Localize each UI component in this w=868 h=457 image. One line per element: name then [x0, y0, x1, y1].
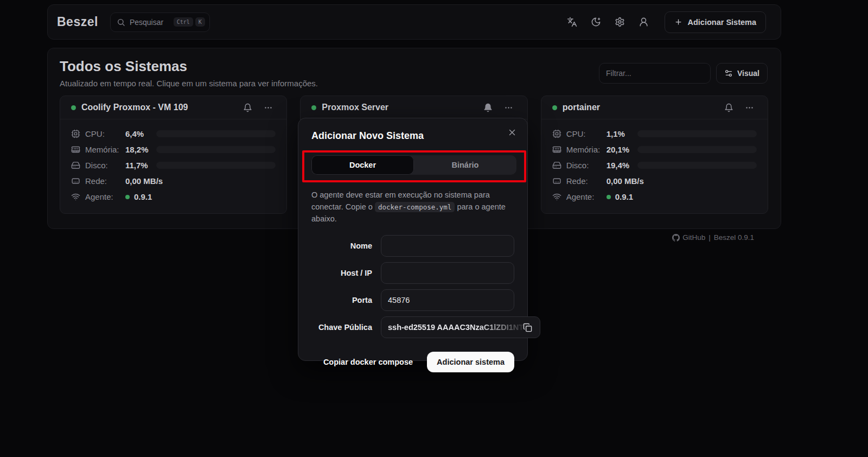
- add-system-submit-button[interactable]: Adicionar sistema: [427, 352, 514, 372]
- memory-stat-row: Memória: 18,2%: [71, 142, 276, 157]
- close-button[interactable]: [507, 126, 519, 138]
- port-field[interactable]: [381, 289, 514, 311]
- alerts-bell-button[interactable]: [481, 100, 496, 115]
- annotation-highlight: Docker Binário: [302, 150, 526, 182]
- search-placeholder: Pesquisar: [130, 18, 169, 27]
- settings-button[interactable]: [610, 13, 629, 31]
- agent-status-dot: [125, 195, 130, 199]
- agent-version: 0.9.1: [607, 192, 633, 201]
- name-label: Nome: [311, 242, 372, 250]
- app-footer: GitHub | Beszel 0.9.1: [672, 233, 754, 242]
- copy-icon: [523, 323, 535, 332]
- status-dot: [71, 105, 76, 110]
- cpu-stat-row: CPU: 1,1%: [552, 126, 757, 142]
- memory-icon: [552, 145, 562, 154]
- wifi-icon: [552, 192, 562, 201]
- disk-icon: [71, 161, 81, 170]
- wifi-icon: [71, 192, 81, 201]
- compose-file-chip: docker-compose.yml: [375, 202, 455, 212]
- search-input[interactable]: Pesquisar CtrlK: [110, 12, 210, 32]
- port-label: Porta: [311, 296, 372, 304]
- memory-bar: [637, 146, 757, 153]
- cpu-icon: [552, 129, 562, 138]
- sliders-icon: [724, 69, 733, 78]
- disk-bar: [637, 162, 757, 169]
- system-card-portainer[interactable]: portainer CPU: 1,1%: [541, 96, 768, 214]
- tab-docker[interactable]: Docker: [311, 155, 414, 175]
- status-dot: [552, 105, 557, 110]
- memory-stat-row: Memória: 20,1%: [552, 142, 757, 157]
- footer-version: Beszel 0.9.1: [714, 233, 754, 242]
- system-name: portainer: [563, 103, 716, 112]
- page-subtitle: Atualizado em tempo real. Clique em um s…: [60, 79, 318, 88]
- theme-moon-icon: [591, 17, 601, 27]
- memory-bar: [156, 146, 276, 153]
- host-label: Host / IP: [311, 269, 372, 277]
- beszel-logo[interactable]: Beszel: [57, 15, 98, 29]
- page-title: Todos os Sistemas: [60, 58, 318, 75]
- dialog-title: Adicionar Novo Sistema: [311, 130, 514, 142]
- language-icon: [567, 17, 577, 27]
- card-menu-button[interactable]: [260, 100, 276, 115]
- agent-version: 0.9.1: [125, 192, 152, 201]
- public-key-field[interactable]: ssh-ed25519 AAAAC3NzaC1lZDI1NTE5: [381, 316, 540, 338]
- tab-binary[interactable]: Binário: [414, 155, 516, 175]
- cpu-icon: [71, 129, 81, 138]
- footer-separator: |: [709, 233, 711, 242]
- ellipsis-icon: [745, 103, 754, 112]
- status-dot: [311, 105, 316, 110]
- cpu-stat-row: CPU: 6,4%: [71, 126, 276, 142]
- copy-compose-button[interactable]: Copiar docker compose: [323, 358, 413, 366]
- cpu-bar: [156, 130, 276, 137]
- alerts-bell-button[interactable]: [721, 100, 736, 115]
- public-key-label: Chave Pública: [311, 323, 372, 332]
- name-field[interactable]: [381, 235, 514, 257]
- bell-icon: [243, 103, 252, 112]
- theme-toggle-button[interactable]: [586, 13, 605, 31]
- search-shortcut: CtrlK: [174, 17, 205, 27]
- settings-gear-icon: [615, 17, 625, 27]
- card-menu-button[interactable]: [501, 100, 516, 115]
- user-icon: [639, 17, 649, 27]
- agent-stat-row: Agente: 0.9.1: [552, 189, 757, 205]
- system-name: Proxmox Server: [322, 103, 475, 112]
- disk-bar: [156, 162, 276, 169]
- network-icon: [71, 176, 81, 186]
- ellipsis-icon: [504, 103, 513, 112]
- agent-type-tabs: Docker Binário: [311, 155, 516, 175]
- cpu-bar: [637, 130, 757, 137]
- dialog-description: O agente deve estar em execução no siste…: [311, 189, 514, 225]
- network-stat-row: Rede: 0,00 MB/s: [71, 173, 276, 189]
- network-icon: [552, 176, 562, 186]
- bell-icon: [724, 103, 733, 112]
- network-stat-row: Rede: 0,00 MB/s: [552, 173, 757, 189]
- public-key-value: ssh-ed25519 AAAAC3NzaC1lZDI1NTE5: [388, 323, 533, 332]
- disk-stat-row: Disco: 19,4%: [552, 157, 757, 173]
- disk-icon: [552, 161, 562, 170]
- card-menu-button[interactable]: [742, 100, 757, 115]
- host-field[interactable]: [381, 262, 514, 284]
- copy-key-button[interactable]: [523, 321, 535, 333]
- view-mode-button[interactable]: Visual: [716, 63, 768, 84]
- github-link[interactable]: GitHub: [672, 233, 705, 242]
- search-icon: [117, 18, 125, 27]
- bell-filled-icon: [483, 103, 493, 112]
- add-system-dialog: Adicionar Novo Sistema Docker Binário O …: [298, 118, 528, 361]
- language-button[interactable]: [563, 13, 581, 31]
- close-icon: [507, 128, 519, 137]
- system-card-coolify[interactable]: Coolify Proxmox - VM 109 CPU: 6,4%: [60, 96, 287, 214]
- disk-stat-row: Disco: 11,7%: [71, 157, 276, 173]
- add-system-button[interactable]: Adicionar Sistema: [665, 11, 766, 33]
- top-navbar: Beszel Pesquisar CtrlK: [47, 4, 781, 40]
- github-icon: [672, 234, 680, 242]
- system-name: Coolify Proxmox - VM 109: [81, 103, 234, 112]
- plus-icon: [674, 18, 682, 26]
- alerts-bell-button[interactable]: [240, 100, 255, 115]
- agent-status-dot: [607, 195, 611, 199]
- memory-icon: [71, 145, 81, 154]
- ellipsis-icon: [264, 103, 273, 112]
- agent-stat-row: Agente: 0.9.1: [71, 189, 276, 205]
- user-button[interactable]: [634, 13, 653, 31]
- filter-input[interactable]: [599, 63, 711, 84]
